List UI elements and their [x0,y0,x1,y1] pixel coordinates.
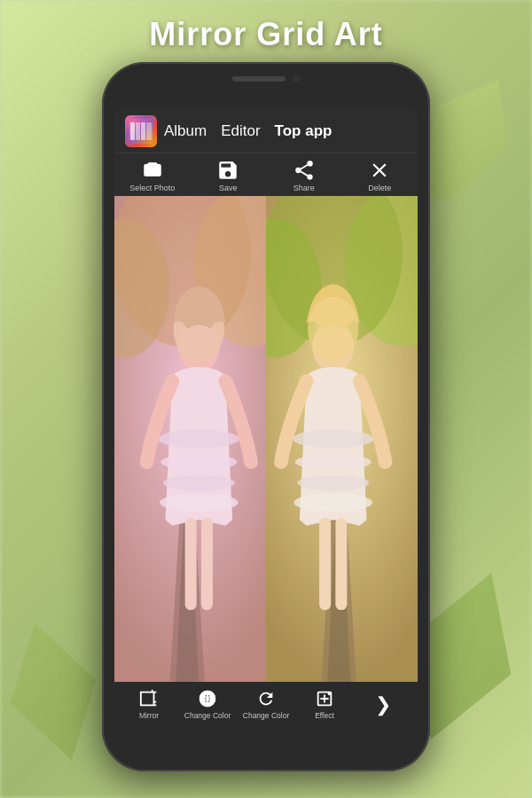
nav-album[interactable]: Album [164,122,207,140]
bottom-toolbar: Mirror Change Color C [114,682,418,725]
photo-area [114,196,418,682]
svg-rect-1 [130,122,135,140]
aperture-icon [198,689,217,708]
camera-icon [141,159,164,182]
change-color-2-tool[interactable]: Change Color [242,689,291,720]
select-photo-label: Select Photo [129,184,175,192]
change-color-2-label: Change Color [243,711,289,720]
svg-rect-2 [136,122,140,140]
share-button[interactable]: Share [278,159,331,192]
svg-point-40 [328,692,332,696]
phone-frame: Album Editor Top app Select Photo Save [102,62,430,771]
share-icon [293,159,316,182]
change-color-1-label: Change Color [184,711,231,720]
svg-rect-19 [114,196,266,682]
effect-label: Effect [315,711,334,720]
app-toolbar: Album Editor Top app [114,108,418,153]
next-button[interactable]: ❯ [359,693,408,716]
select-photo-button[interactable]: Select Photo [126,159,179,192]
save-button[interactable]: Save [201,159,254,192]
photo-right-svg [266,196,418,682]
svg-rect-34 [266,196,418,682]
delete-button[interactable]: Delete [353,159,406,192]
mirror-label: Mirror [139,711,159,720]
app-logo-icon [125,115,157,147]
effect-tool[interactable]: Effect [301,689,349,720]
photo-left [114,196,266,682]
phone-screen: Album Editor Top app Select Photo Save [114,108,418,725]
photo-right [266,196,418,682]
svg-rect-3 [141,122,145,140]
phone-camera [293,75,300,82]
mirror-icon [139,689,159,708]
phone-top-bar [102,62,430,89]
phone-speaker [232,76,286,82]
change-color-1-tool[interactable]: Change Color [184,689,232,720]
logo-svg [129,119,153,144]
effect-icon [315,689,334,708]
photo-left-svg [114,196,266,682]
page-title: Mirror Grid Art [0,16,532,53]
delete-icon [368,159,391,182]
mirror-tool[interactable]: Mirror [125,689,174,720]
share-label: Share [293,184,315,192]
nav-top-app[interactable]: Top app [275,122,332,140]
action-bar: Select Photo Save Share Delete [114,153,418,196]
save-label: Save [219,184,238,192]
next-arrow-icon: ❯ [375,693,391,716]
refresh-icon [256,689,276,708]
svg-rect-4 [146,122,152,140]
save-icon [216,159,239,182]
delete-label: Delete [368,184,391,192]
nav-editor[interactable]: Editor [221,122,260,140]
toolbar-nav: Album Editor Top app [164,122,332,140]
